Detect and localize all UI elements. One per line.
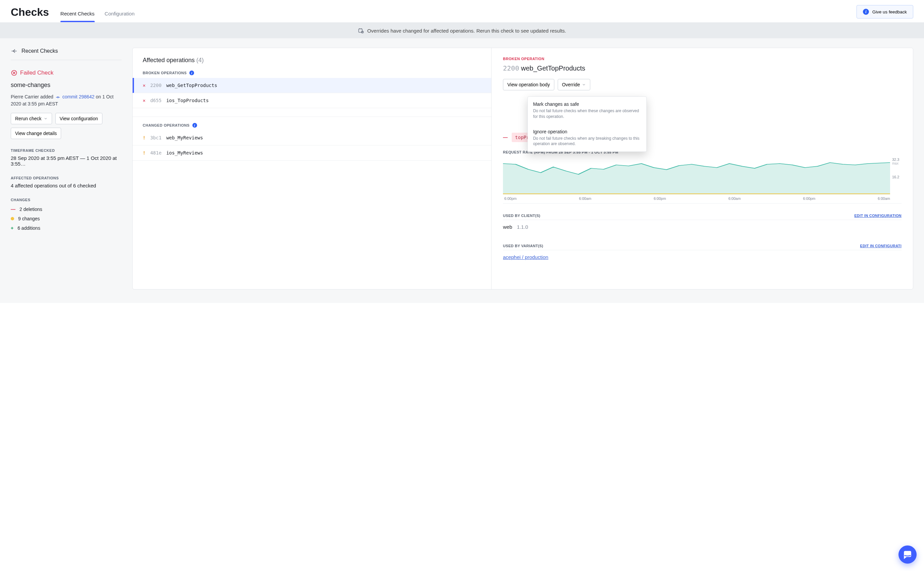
- changes-label: CHANGES: [11, 198, 122, 202]
- operation-row-web-gettopproducts[interactable]: ✕ 2200 web_GetTopProducts: [132, 78, 491, 93]
- info-icon[interactable]: i: [192, 123, 197, 128]
- affected-operations-title: Affected operations (4): [132, 57, 491, 64]
- failed-icon: [11, 69, 17, 76]
- additions-row: +6 additions: [11, 223, 122, 233]
- plus-icon: +: [11, 225, 14, 231]
- affected-label: AFFECTED OPERATIONS: [11, 176, 122, 180]
- view-configuration-button[interactable]: View configuration: [55, 113, 102, 124]
- svg-point-3: [57, 96, 59, 98]
- override-button[interactable]: Override: [558, 79, 591, 90]
- overrides-banner: Overrides have changed for affected oper…: [0, 23, 924, 38]
- timeframe-value: 28 Sep 2020 at 3:55 pm AEST — 1 Oct 2020…: [11, 155, 122, 167]
- broken-operations-label: BROKEN OPERATIONS i: [132, 71, 491, 75]
- info-icon[interactable]: i: [189, 71, 194, 75]
- back-to-recent-checks[interactable]: Recent Checks: [11, 48, 122, 60]
- check-name: some-changes: [11, 82, 122, 89]
- timeframe-label: TIMEFRAME CHECKED: [11, 148, 122, 153]
- tab-recent-checks[interactable]: Recent Checks: [60, 11, 95, 22]
- warning-icon: !: [143, 135, 145, 140]
- used-by-variants-label: USED BY VARIANT(S): [503, 244, 543, 248]
- x-icon: ✕: [143, 83, 145, 88]
- edit-config-clients-link[interactable]: EDIT IN CONFIGURATION: [854, 214, 901, 218]
- affected-value: 4 affected operations out of 6 checked: [11, 183, 122, 188]
- variant-link[interactable]: acephei / production: [503, 254, 548, 260]
- operation-title: 2200 web_GetTopProducts: [503, 64, 901, 72]
- client-row: web 1.1.0: [503, 220, 901, 234]
- check-status: Failed Check: [11, 69, 122, 76]
- dot-icon: [11, 217, 14, 220]
- rerun-check-button[interactable]: Rerun check: [11, 113, 52, 124]
- minus-icon: —: [503, 135, 508, 140]
- warning-icon: !: [143, 150, 145, 156]
- minus-icon: —: [11, 207, 15, 212]
- chevron-down-icon: [44, 117, 48, 120]
- back-label: Recent Checks: [22, 48, 58, 54]
- request-rate-chart: 32.3max 16.2 6:00pm 6:00am 6:00pm 6:00am…: [503, 157, 901, 204]
- override-dropdown: Mark changes as safe Do not fail future …: [527, 96, 647, 152]
- changes-row: 9 changes: [11, 214, 122, 223]
- changed-operations-label: CHANGED OPERATIONS i: [132, 123, 491, 128]
- page-title: Checks: [11, 6, 49, 19]
- broken-operation-badge: BROKEN OPERATION: [503, 57, 901, 61]
- commit-link[interactable]: commit 298642: [62, 94, 95, 99]
- give-feedback-label: Give us feedback: [872, 9, 907, 14]
- arrow-left-icon: [11, 48, 17, 54]
- edit-config-variants-link[interactable]: EDIT IN CONFIGURATI: [860, 244, 901, 248]
- operation-row-web-myreviews[interactable]: ! 3bc1 web_MyReviews: [132, 130, 491, 145]
- calendar-refresh-icon: [358, 28, 364, 34]
- x-icon: ✕: [143, 98, 145, 103]
- operation-row-ios-myreviews[interactable]: ! 481e ios_MyReviews: [132, 145, 491, 160]
- give-feedback-button[interactable]: i Give us feedback: [856, 5, 913, 19]
- check-meta: Pierre Carrier added commit 298642 on 1 …: [11, 93, 122, 108]
- ignore-operation-option[interactable]: Ignore operation Do not fail future chec…: [528, 124, 646, 152]
- view-change-details-button[interactable]: View change details: [11, 128, 61, 139]
- chevron-down-icon: [582, 83, 586, 86]
- operation-row-ios-topproducts[interactable]: ✕ d655 ios_TopProducts: [132, 93, 491, 108]
- info-icon: i: [863, 9, 869, 15]
- tab-configuration[interactable]: Configuration: [105, 11, 135, 22]
- deletions-row: —2 deletions: [11, 205, 122, 214]
- commit-icon: [55, 95, 60, 100]
- used-by-clients-label: USED BY CLIENT(S): [503, 214, 540, 218]
- mark-changes-as-safe-option[interactable]: Mark changes as safe Do not fail future …: [528, 97, 646, 124]
- view-operation-body-button[interactable]: View operation body: [503, 79, 554, 90]
